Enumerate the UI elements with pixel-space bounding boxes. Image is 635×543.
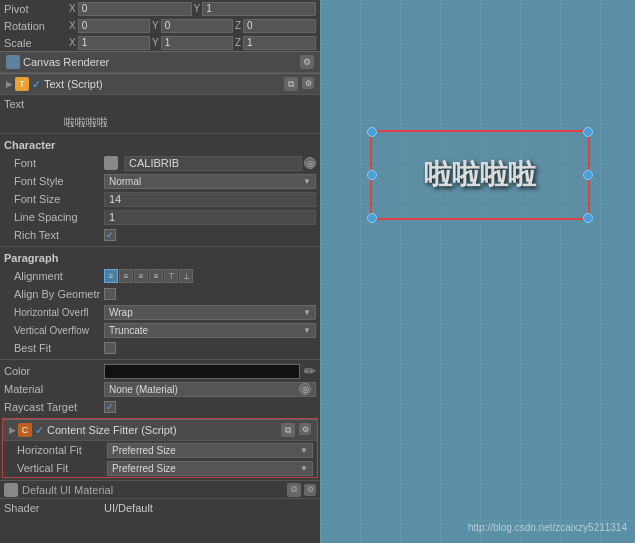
scale-label: Scale <box>4 37 69 49</box>
handle-top-right[interactable] <box>583 127 593 137</box>
horiz-fit-dropdown[interactable]: Preferred Size ▼ <box>107 443 313 458</box>
alignment-buttons: ≡ ≡ ≡ ≡ ⊤ ⊥ <box>104 269 193 283</box>
font-asset-icon <box>104 156 118 170</box>
rotation-x-field[interactable]: X 0 <box>69 19 150 33</box>
best-fit-checkbox[interactable] <box>104 342 116 354</box>
text-script-header[interactable]: ▶ T ✓ Text (Script) ⧉ ⚙ <box>0 73 320 95</box>
content-size-gear-icon[interactable]: ⚙ <box>299 423 311 435</box>
best-fit-label: Best Fit <box>4 342 104 354</box>
scale-x-value[interactable]: 1 <box>78 36 150 50</box>
handle-middle-left[interactable] <box>367 170 377 180</box>
material-picker-icon[interactable]: ◎ <box>299 383 311 395</box>
canvas-renderer-header[interactable]: Canvas Renderer ⚙ <box>0 51 320 73</box>
paragraph-label: Paragraph <box>4 252 58 264</box>
font-row: Font CALIBRIB ◎ <box>0 154 320 172</box>
scale-fields: X 1 Y 1 Z 1 <box>69 36 316 50</box>
rich-text-label: Rich Text <box>4 229 104 241</box>
horiz-fit-row: Horizontal Fit Preferred Size ▼ <box>3 441 317 459</box>
canvas-renderer-settings-icon[interactable]: ⚙ <box>300 55 314 69</box>
content-size-copy-icon[interactable]: ⧉ <box>281 423 295 437</box>
raycast-row: Raycast Target ✓ <box>0 398 320 416</box>
pivot-y-field[interactable]: Y 1 <box>194 2 317 16</box>
handle-middle-right[interactable] <box>583 170 593 180</box>
watermark: http://blog.csdn.net/zcaixzy5211314 <box>468 522 627 533</box>
align-left-button[interactable]: ≡ <box>104 269 118 283</box>
align-by-geom-label: Align By Geometr <box>4 288 104 300</box>
divider-2 <box>0 246 320 247</box>
rotation-fields: X 0 Y 0 Z 0 <box>69 19 316 33</box>
handle-top-left[interactable] <box>367 127 377 137</box>
scale-z-field[interactable]: Z 1 <box>235 36 316 50</box>
grid-overlay <box>320 0 635 543</box>
vert-fit-row: Vertical Fit Preferred Size ▼ <box>3 459 317 477</box>
align-by-geom-checkbox[interactable] <box>104 288 116 300</box>
left-panel: Pivot X 0 Y 1 Rotation X 0 Y 0 Z <box>0 0 320 543</box>
shader-label: Shader <box>4 502 104 514</box>
rotation-x-value[interactable]: 0 <box>78 19 150 33</box>
text-element[interactable]: 啦啦啦啦 <box>370 130 590 220</box>
font-style-label: Font Style <box>4 175 104 187</box>
align-center-button[interactable]: ≡ <box>119 269 133 283</box>
scale-y-value[interactable]: 1 <box>161 36 233 50</box>
pivot-y-value[interactable]: 1 <box>202 2 316 16</box>
scale-z-value[interactable]: 1 <box>243 36 316 50</box>
vert-overflow-value: Truncate <box>109 325 148 336</box>
shader-value: UI/Default <box>104 502 153 514</box>
rotation-z-field[interactable]: Z 0 <box>235 19 316 33</box>
horiz-overflow-label: Horizontal Overfl <box>4 307 104 318</box>
color-eyedropper-icon[interactable]: ✏ <box>304 363 316 379</box>
handle-bottom-left[interactable] <box>367 213 377 223</box>
color-picker[interactable] <box>104 364 300 379</box>
rotation-y-field[interactable]: Y 0 <box>152 19 233 33</box>
canvas-area[interactable]: 啦啦啦啦 http://blog.csdn.net/zcaixzy5211314 <box>320 0 635 543</box>
align-bottom-button[interactable]: ⊥ <box>179 269 193 283</box>
align-justify-button[interactable]: ≡ <box>149 269 163 283</box>
horiz-overflow-arrow-icon: ▼ <box>303 308 311 317</box>
font-picker-button[interactable]: ◎ <box>304 157 316 169</box>
pivot-row: Pivot X 0 Y 1 <box>0 0 320 17</box>
handle-bottom-right[interactable] <box>583 213 593 223</box>
font-value[interactable]: CALIBRIB <box>124 156 302 171</box>
horiz-overflow-value: Wrap <box>109 307 133 318</box>
default-ui-gear-icon[interactable]: ⚙ <box>304 484 316 496</box>
horiz-overflow-dropdown[interactable]: Wrap ▼ <box>104 305 316 320</box>
color-row: Color ✏ <box>0 362 320 380</box>
canvas-renderer-icon <box>6 55 20 69</box>
default-ui-row: Default UI Material ⧉ ⚙ <box>0 480 320 498</box>
vert-fit-dropdown[interactable]: Preferred Size ▼ <box>107 461 313 476</box>
text-script-buttons: ⧉ ⚙ <box>284 77 314 91</box>
pivot-x-field[interactable]: X 0 <box>69 2 192 16</box>
font-style-dropdown[interactable]: Normal ▼ <box>104 174 316 189</box>
rich-text-row: Rich Text ✓ <box>0 226 320 244</box>
rotation-label: Rotation <box>4 20 69 32</box>
content-size-header[interactable]: ▶ C ✓ Content Size Fitter (Script) ⧉ ⚙ <box>3 419 317 441</box>
text-script-gear-icon[interactable]: ⚙ <box>302 77 314 89</box>
horiz-overflow-row: Horizontal Overfl Wrap ▼ <box>0 303 320 321</box>
vert-overflow-dropdown[interactable]: Truncate ▼ <box>104 323 316 338</box>
default-ui-copy-icon[interactable]: ⧉ <box>287 483 301 497</box>
align-top-button[interactable]: ⊤ <box>164 269 178 283</box>
font-label: Font <box>4 157 104 169</box>
right-panel: 啦啦啦啦 http://blog.csdn.net/zcaixzy5211314 <box>320 0 635 543</box>
character-label: Character <box>4 139 55 151</box>
rotation-z-value[interactable]: 0 <box>243 19 316 33</box>
scale-x-field[interactable]: X 1 <box>69 36 150 50</box>
content-size-icon: C <box>18 423 32 437</box>
text-field-value[interactable]: 啦啦啦啦 <box>64 115 108 130</box>
align-right-button[interactable]: ≡ <box>134 269 148 283</box>
scale-y-field[interactable]: Y 1 <box>152 36 233 50</box>
rotation-y-value[interactable]: 0 <box>161 19 233 33</box>
scale-row: Scale X 1 Y 1 Z 1 <box>0 34 320 51</box>
vert-fit-arrow-icon: ▼ <box>300 464 308 473</box>
raycast-checkbox[interactable]: ✓ <box>104 401 116 413</box>
line-spacing-value[interactable]: 1 <box>104 210 316 225</box>
pivot-x-value[interactable]: 0 <box>78 2 192 16</box>
horiz-fit-arrow-icon: ▼ <box>300 446 308 455</box>
font-size-value[interactable]: 14 <box>104 192 316 207</box>
text-script-icon: T <box>15 77 29 91</box>
material-dropdown[interactable]: None (Material) ◎ <box>104 382 316 397</box>
font-style-row: Font Style Normal ▼ <box>0 172 320 190</box>
text-script-copy-icon[interactable]: ⧉ <box>284 77 298 91</box>
pivot-fields: X 0 Y 1 <box>69 2 316 16</box>
rich-text-checkbox[interactable]: ✓ <box>104 229 116 241</box>
